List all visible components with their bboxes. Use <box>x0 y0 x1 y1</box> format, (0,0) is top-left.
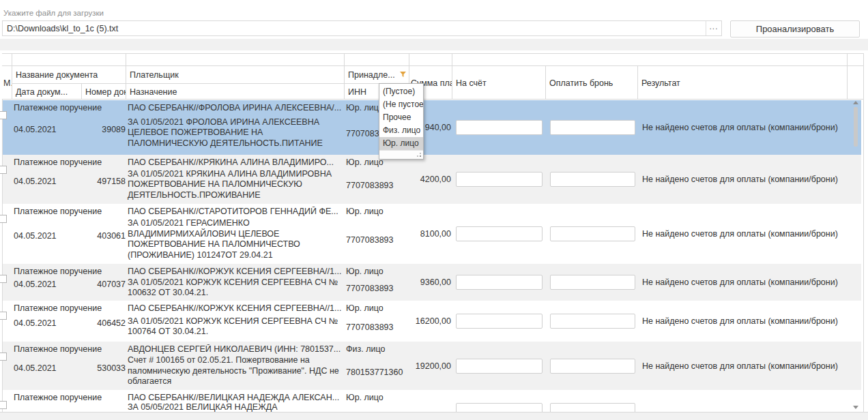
cell-purpose: ЗА 01/05/2021 КРЯКИНА АЛИНА ВЛАДИМИРОВНА… <box>128 167 341 202</box>
cell-ownership: Юр. лицо <box>346 303 384 313</box>
account-input[interactable] <box>456 172 542 187</box>
booking-input[interactable] <box>550 120 635 135</box>
column-header-number[interactable]: Номер док... <box>82 84 126 100</box>
cell-date: 04.05.2021 <box>14 280 57 289</box>
table-right-border <box>863 53 864 412</box>
filter-option-legal[interactable]: Юр. лицо <box>379 137 423 150</box>
table-header: М... Название документа Плательщик Прина… <box>2 66 863 100</box>
cell-date: 04.05.2021 <box>14 231 57 241</box>
column-header-account[interactable]: На счёт <box>452 66 546 100</box>
group-cell <box>12 54 126 65</box>
cell-purpose: ЗА 01/05/2021 ФРОЛОВА ИРИНА АЛЕКСЕЕВНА Ц… <box>128 112 341 153</box>
row-checkbox[interactable] <box>0 111 7 119</box>
filter-option-empty[interactable]: (Пустое) <box>379 85 423 98</box>
table-group-row <box>2 53 863 66</box>
dropdown-footer <box>379 150 423 159</box>
column-header-pay-booking[interactable]: Оплатить бронь <box>546 66 638 100</box>
ownership-filter-dropdown: (Пустое) (Не пустое) Прочее Физ. лицо Юр… <box>379 83 424 160</box>
account-input[interactable] <box>456 275 542 290</box>
scroll-down-icon[interactable] <box>853 406 858 409</box>
file-path-input[interactable] <box>2 20 722 36</box>
row-checkbox[interactable] <box>0 215 7 223</box>
booking-input[interactable] <box>550 172 635 187</box>
cell-ownership: Юр. лицо <box>346 267 384 276</box>
cell-ownership: Юр. лицо <box>346 158 384 167</box>
cell-doc-name: Платежное поручение <box>14 303 102 313</box>
booking-input[interactable] <box>550 275 635 290</box>
booking-input[interactable] <box>550 359 635 374</box>
row-checkbox[interactable] <box>0 275 7 283</box>
cell-date: 04.05.2021 <box>14 318 57 328</box>
account-input[interactable] <box>456 359 542 374</box>
account-input[interactable] <box>456 314 542 329</box>
cell-number: 530033 <box>57 363 126 373</box>
group-cell <box>2 54 12 65</box>
cell-payer: АВДОНЦЕВ СЕРГЕЙ НИКОЛАЕВИЧ (ИНН: 7801537… <box>128 344 345 354</box>
cell-doc-name: Платежное поручение <box>14 344 102 354</box>
row-checkbox[interactable] <box>0 166 7 174</box>
browse-button[interactable]: ... <box>706 21 721 35</box>
cell-result: Не найдено счетов для оплаты (компании/б… <box>642 342 838 390</box>
account-input[interactable] <box>456 120 542 135</box>
purpose-text: ЗА 01/05/2021 КОРЖУК КСЕНИЯ СЕРГЕЕВНА СЧ… <box>128 278 341 299</box>
group-cell <box>126 54 345 65</box>
column-header-date[interactable]: Дата докум... <box>12 84 82 100</box>
cell-amount: 4200,00 <box>383 155 451 204</box>
table-row[interactable]: Платежное поручение ПАО СБЕРБАНК//СТАРОТ… <box>3 204 861 264</box>
cell-ownership: Юр. лицо <box>346 393 384 402</box>
cell-amount: 19200,00 <box>383 342 451 390</box>
table-row[interactable]: Платежное поручение ПАО СБЕРБАНК//КОРЖУК… <box>3 264 861 301</box>
table-row[interactable]: Платежное поручение АВДОНЦЕВ СЕРГЕЙ НИКО… <box>3 342 861 390</box>
cell-payer: ПАО СБЕРБАНК//ВЕЛИЦКАЯ НАДЕЖДА АЛЕКСАН..… <box>128 393 345 402</box>
row-checkbox[interactable] <box>0 312 7 320</box>
cell-number: 497158 <box>57 177 126 186</box>
cell-payer: ПАО СБЕРБАНК//СТАРОТИТОРОВ ГЕННАДИЙ ФЕ..… <box>128 207 345 216</box>
cell-doc-name: Платежное поручение <box>14 267 102 276</box>
purpose-text: ЗА 01/05/2021 КРЯКИНА АЛИНА ВЛАДИМИРОВНА… <box>128 169 341 201</box>
purpose-text: ЗА 01/05/2021 КОРЖУК КСЕНИЯ СЕРГЕЕВНА СЧ… <box>128 316 341 338</box>
cell-payer: ПАО СБЕРБАНК//КРЯКИНА АЛИНА ВЛАДИМИРО... <box>128 158 345 167</box>
cell-date: 04.05.2021 <box>14 125 57 134</box>
table-row[interactable]: Платежное поручение ПАО СБЕРБАНК//КРЯКИН… <box>3 155 861 204</box>
cell-payer: ПАО СБЕРБАНК//ФРОЛОВА ИРИНА АЛЕКСЕЕВНА/.… <box>128 103 345 112</box>
analyze-button[interactable]: Проанализировать <box>730 20 860 38</box>
booking-input[interactable] <box>550 314 635 329</box>
separator-strip <box>0 39 868 50</box>
cell-date: 04.05.2021 <box>14 363 57 373</box>
column-header-mark[interactable]: М... <box>2 66 12 100</box>
group-cell <box>452 54 848 65</box>
cell-amount: 16200,00 <box>383 301 451 342</box>
scrollbar-thumb[interactable] <box>854 107 858 147</box>
table-row[interactable]: Платежное поручение ПАО СБЕРБАНК//ФРОЛОВ… <box>3 100 861 155</box>
cell-doc-name: Платежное поручение <box>14 103 102 112</box>
resize-grip-icon[interactable] <box>420 155 421 157</box>
column-header-payer[interactable]: Плательщик <box>126 66 345 84</box>
filter-option-not-empty[interactable]: (Не пустое) <box>379 98 423 111</box>
cell-purpose: Счет # 100165 от 02.05.21. Пожертвование… <box>128 354 341 389</box>
purpose-text: Счет # 100165 от 02.05.21. Пожертвование… <box>128 355 341 387</box>
cell-result: Не найдено счетов для оплаты (компании/б… <box>642 301 838 342</box>
table-row[interactable]: Платежное поручение ПАО СБЕРБАНК//КОРЖУК… <box>3 301 861 342</box>
column-header-purpose[interactable]: Назначение <box>126 84 345 100</box>
filter-option-other[interactable]: Прочее <box>379 111 423 124</box>
row-checkbox[interactable] <box>0 401 7 409</box>
row-checkbox[interactable] <box>0 352 7 361</box>
cell-result: Не найдено счетов для оплаты (компании/б… <box>642 264 838 301</box>
column-header-doc-name[interactable]: Название документа <box>12 66 126 84</box>
booking-input[interactable] <box>550 226 635 241</box>
cell-amount: 9360,00 <box>383 264 451 301</box>
cell-result: Не найдено счетов для оплаты (компании/б… <box>642 204 838 264</box>
bottom-status-bar <box>0 412 868 420</box>
column-header-result[interactable]: Результат <box>638 66 848 100</box>
column-header-ownership[interactable]: Принадле... <box>345 66 409 84</box>
filter-option-person[interactable]: Физ. лицо <box>379 124 423 137</box>
cell-purpose: ЗА 01/05/2021 КОРЖУК КСЕНИЯ СЕРГЕЕВНА СЧ… <box>128 313 341 340</box>
purpose-text: ЗА 01/05/2021 ФРОЛОВА ИРИНА АЛЕКСЕЕВНА Ц… <box>128 117 341 149</box>
account-input[interactable] <box>456 226 542 241</box>
filter-funnel-icon[interactable] <box>400 70 406 80</box>
cell-payer: ПАО СБЕРБАНК//КОРЖУК КСЕНИЯ СЕРГЕЕВНА//1… <box>128 267 345 276</box>
scroll-up-icon[interactable] <box>853 101 858 104</box>
cell-number: 403061 <box>57 231 126 241</box>
group-cell <box>345 54 409 65</box>
cell-ownership: Юр. лицо <box>346 207 384 216</box>
